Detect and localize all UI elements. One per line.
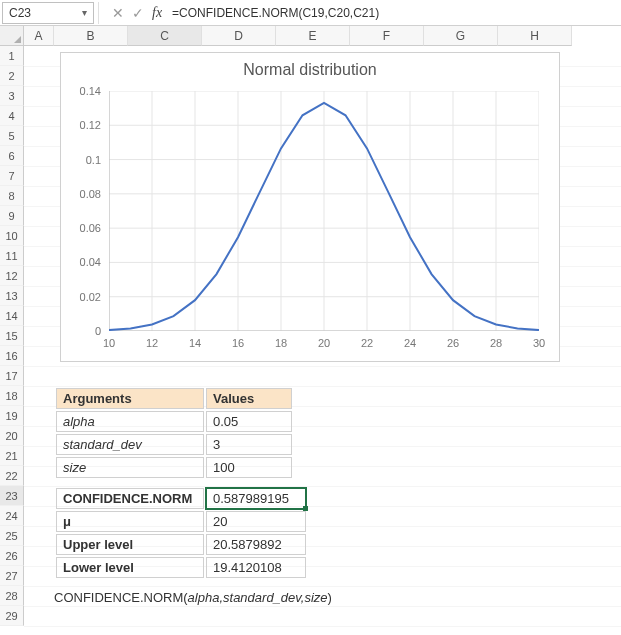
row-header-1[interactable]: 1 [0, 46, 24, 66]
result-value[interactable]: 19.4120108 [206, 557, 306, 578]
row-header-20[interactable]: 20 [0, 426, 24, 446]
row-header-8[interactable]: 8 [0, 186, 24, 206]
row-header-13[interactable]: 13 [0, 286, 24, 306]
chart-x-tick-labels: 1012141618202224262830 [109, 337, 539, 353]
column-header-G[interactable]: G [424, 26, 498, 46]
chart-plot-area [109, 91, 539, 331]
chart-normal-distribution[interactable]: Normal distribution 00.020.040.060.080.1… [60, 52, 560, 362]
arguments-table[interactable]: Arguments Values alpha0.05 standard_dev3… [54, 386, 294, 480]
values-header: Values [206, 388, 292, 409]
row-header-7[interactable]: 7 [0, 166, 24, 186]
chart-svg [109, 91, 539, 331]
row-header-9[interactable]: 9 [0, 206, 24, 226]
row-header-27[interactable]: 27 [0, 566, 24, 586]
select-all-corner[interactable] [0, 26, 24, 46]
arg-name: alpha [56, 411, 204, 432]
row-header-19[interactable]: 19 [0, 406, 24, 426]
result-name: μ [56, 511, 204, 532]
row-header-4[interactable]: 4 [0, 106, 24, 126]
result-name: CONFIDENCE.NORM [56, 488, 204, 509]
result-value[interactable]: 20.5879892 [206, 534, 306, 555]
row-header-5[interactable]: 5 [0, 126, 24, 146]
name-box[interactable]: C23 ▾ [2, 2, 94, 24]
row-header-3[interactable]: 3 [0, 86, 24, 106]
row-header-11[interactable]: 11 [0, 246, 24, 266]
row-header-10[interactable]: 10 [0, 226, 24, 246]
row-header-15[interactable]: 15 [0, 326, 24, 346]
row-header-16[interactable]: 16 [0, 346, 24, 366]
row-header-6[interactable]: 6 [0, 146, 24, 166]
row-header-29[interactable]: 29 [0, 606, 24, 626]
chevron-down-icon[interactable]: ▾ [82, 7, 87, 18]
result-value-active-cell[interactable]: 0.587989195 [206, 488, 306, 509]
column-header-F[interactable]: F [350, 26, 424, 46]
results-table[interactable]: CONFIDENCE.NORM0.587989195 μ20 Upper lev… [54, 486, 308, 580]
column-header-H[interactable]: H [498, 26, 572, 46]
row-headers: 1234567891011121314151617181920212223242… [0, 46, 24, 626]
result-name: Upper level [56, 534, 204, 555]
column-headers: ABCDEFGH [24, 26, 572, 46]
column-header-A[interactable]: A [24, 26, 54, 46]
column-header-B[interactable]: B [54, 26, 128, 46]
formula-bar: C23 ▾ ✕ ✓ fx =CONFIDENCE.NORM(C19,C20,C2… [0, 0, 621, 26]
row-header-12[interactable]: 12 [0, 266, 24, 286]
arg-value[interactable]: 100 [206, 457, 292, 478]
chart-title: Normal distribution [61, 61, 559, 79]
column-header-C[interactable]: C [128, 26, 202, 46]
row-header-22[interactable]: 22 [0, 466, 24, 486]
chart-y-tick-labels: 00.020.040.060.080.10.120.14 [71, 91, 105, 331]
syntax-fn: CONFIDENCE.NORM( [54, 590, 188, 605]
cancel-icon[interactable]: ✕ [112, 5, 124, 21]
fx-icon[interactable]: fx [152, 5, 162, 21]
row-header-18[interactable]: 18 [0, 386, 24, 406]
syntax-close: ) [328, 590, 332, 605]
function-syntax: CONFIDENCE.NORM(alpha,standard_dev,size) [54, 590, 332, 605]
arg-value[interactable]: 3 [206, 434, 292, 455]
result-value[interactable]: 20 [206, 511, 306, 532]
formula-input[interactable]: =CONFIDENCE.NORM(C19,C20,C21) [166, 6, 621, 20]
row-header-23[interactable]: 23 [0, 486, 24, 506]
arg-name: size [56, 457, 204, 478]
row-header-14[interactable]: 14 [0, 306, 24, 326]
arg-name: standard_dev [56, 434, 204, 455]
syntax-args: alpha,standard_dev,size [188, 590, 328, 605]
separator [98, 2, 104, 24]
arguments-header: Arguments [56, 388, 204, 409]
row-header-21[interactable]: 21 [0, 446, 24, 466]
row-header-24[interactable]: 24 [0, 506, 24, 526]
row-header-28[interactable]: 28 [0, 586, 24, 606]
row-header-17[interactable]: 17 [0, 366, 24, 386]
result-name: Lower level [56, 557, 204, 578]
accept-icon[interactable]: ✓ [132, 5, 144, 21]
arg-value[interactable]: 0.05 [206, 411, 292, 432]
formula-bar-icons: ✕ ✓ fx [108, 5, 166, 21]
row-header-25[interactable]: 25 [0, 526, 24, 546]
row-header-2[interactable]: 2 [0, 66, 24, 86]
column-header-D[interactable]: D [202, 26, 276, 46]
name-box-value: C23 [9, 6, 31, 20]
column-header-E[interactable]: E [276, 26, 350, 46]
row-header-26[interactable]: 26 [0, 546, 24, 566]
